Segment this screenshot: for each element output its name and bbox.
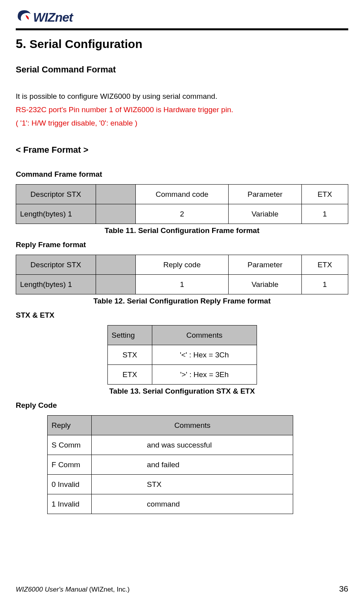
intro-line-2: RS-232C port's Pin number 1 of WIZ6000 i… — [16, 103, 348, 117]
table-row: Length(bytes) 1 1 Variable 1 — [16, 275, 348, 294]
cell-comment: '<' : Hex = 3Ch — [152, 345, 257, 365]
cell-empty — [96, 185, 135, 204]
table-row: 0 Invalid STX — [48, 475, 293, 494]
header: WIZnet — [16, 8, 348, 27]
header-divider — [16, 28, 348, 30]
reply-frame-table: Descriptor STX Reply code Parameter ETX … — [16, 255, 348, 294]
stx-etx-caption: Table 13. Serial Configuration STX & ETX — [16, 387, 348, 396]
command-frame-title: Command Frame format — [16, 170, 348, 179]
cell-length: Length(bytes) 1 — [16, 204, 96, 224]
cell-descriptor: Descriptor STX — [16, 185, 96, 204]
page-number: 36 — [339, 584, 348, 594]
cell-parameter: Parameter — [229, 255, 302, 275]
table-row: 1 Invalid command — [48, 494, 293, 514]
cell-setting: STX — [107, 345, 152, 365]
cell-reply: S Comm — [48, 435, 92, 455]
stx-etx-title: STX & ETX — [16, 311, 348, 320]
cell-comment: command — [92, 494, 293, 514]
cell-reply-header: Reply — [48, 416, 92, 435]
reply-frame-caption: Table 12. Serial Configuration Reply Fra… — [16, 297, 348, 305]
cell-parameter: Parameter — [229, 185, 302, 204]
cell-comments-header: Comments — [152, 326, 257, 345]
cell-value: 1 — [135, 275, 228, 294]
cell-value: Variable — [229, 204, 302, 224]
reply-frame-title: Reply Frame format — [16, 240, 348, 249]
cell-value: 1 — [301, 204, 348, 224]
cell-comments-header: Comments — [92, 416, 293, 435]
table-row: Descriptor STX Reply code Parameter ETX — [16, 255, 348, 275]
table-row: Descriptor STX Command code Parameter ET… — [16, 185, 348, 204]
cell-etx: ETX — [301, 185, 348, 204]
table-row: ETX '>' : Hex = 3Eh — [107, 365, 257, 385]
footer: WIZ6000 User's Manual (WIZnet, Inc.) 36 — [16, 584, 348, 594]
cell-reply: 0 Invalid — [48, 475, 92, 494]
cell-comment: and failed — [92, 455, 293, 475]
cell-setting: ETX — [107, 365, 152, 385]
cell-length: Length(bytes) 1 — [16, 275, 96, 294]
subsection-heading: Serial Command Format — [16, 65, 348, 75]
cell-descriptor: Descriptor STX — [16, 255, 96, 275]
cell-comment: STX — [92, 475, 293, 494]
section-heading: 5. Serial Configuration — [16, 37, 348, 51]
cell-empty — [96, 204, 135, 224]
cell-etx: ETX — [301, 255, 348, 275]
footer-text: WIZ6000 User's Manual (WIZnet, Inc.) — [16, 586, 130, 594]
reply-code-title: Reply Code — [16, 401, 348, 410]
cell-reply-code: Reply code — [135, 255, 228, 275]
intro-line-3: ( '1': H/W trigger disable, '0': enable … — [16, 117, 348, 130]
intro-line-1: It is possible to configure WIZ6000 by u… — [16, 90, 348, 103]
logo: WIZnet — [16, 8, 73, 27]
cell-reply: F Comm — [48, 455, 92, 475]
stx-etx-table: Setting Comments STX '<' : Hex = 3Ch ETX… — [107, 325, 257, 385]
frame-format-heading: < Frame Format > — [16, 145, 348, 155]
cell-command-code: Command code — [135, 185, 228, 204]
logo-swoosh-icon — [16, 8, 33, 27]
cell-value: 1 — [301, 275, 348, 294]
footer-manual: WIZ6000 User's Manual — [16, 586, 87, 593]
cell-empty — [96, 275, 135, 294]
cell-setting-header: Setting — [107, 326, 152, 345]
cell-comment: and was successful — [92, 435, 293, 455]
logo-text: WIZnet — [33, 10, 73, 25]
command-frame-table: Descriptor STX Command code Parameter ET… — [16, 184, 348, 224]
table-row: S Comm and was successful — [48, 435, 293, 455]
table-row: Reply Comments — [48, 416, 293, 435]
table-row: STX '<' : Hex = 3Ch — [107, 345, 257, 365]
cell-value: Variable — [229, 275, 302, 294]
cell-value: 2 — [135, 204, 228, 224]
footer-company: (WIZnet, Inc.) — [87, 586, 130, 593]
table-row: Length(bytes) 1 2 Variable 1 — [16, 204, 348, 224]
section-title-text: Serial Configuration — [30, 37, 142, 50]
command-frame-caption: Table 11. Serial Configuration Frame for… — [16, 226, 348, 235]
cell-comment: '>' : Hex = 3Eh — [152, 365, 257, 385]
cell-empty — [96, 255, 135, 275]
cell-reply: 1 Invalid — [48, 494, 92, 514]
reply-code-table: Reply Comments S Comm and was successful… — [47, 415, 293, 514]
table-row: F Comm and failed — [48, 455, 293, 475]
section-number: 5. — [16, 37, 26, 51]
table-row: Setting Comments — [107, 326, 257, 345]
